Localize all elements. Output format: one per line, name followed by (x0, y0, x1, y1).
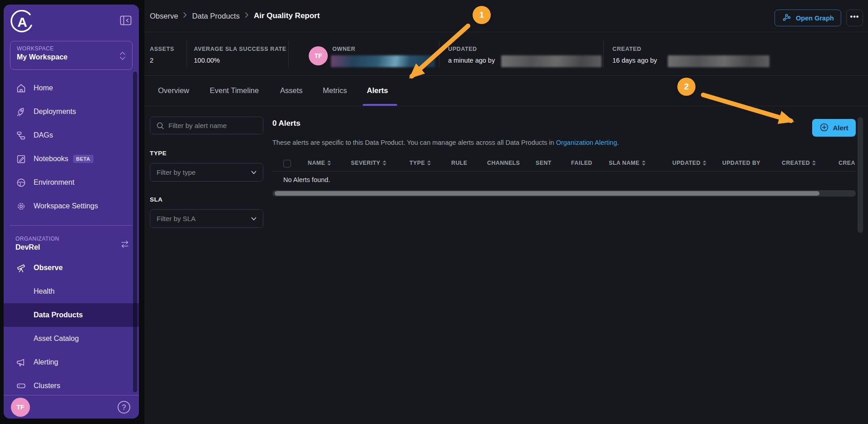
sidebar-item-data-products[interactable]: Data Products (4, 303, 139, 327)
divider (187, 41, 187, 67)
more-options-button[interactable]: ••• (846, 10, 863, 26)
sidebar: A WORKSPACE My Workspace (4, 5, 139, 419)
help-icon[interactable]: ? (116, 399, 132, 415)
divider (288, 41, 289, 67)
sidebar-rail: A WORKSPACE My Workspace (0, 0, 144, 424)
col-type[interactable]: TYPE (409, 160, 431, 166)
sidebar-item-label: Health (34, 287, 54, 296)
tab-event-timeline[interactable]: Event Timeline (210, 75, 259, 106)
switch-organization-icon[interactable] (120, 240, 130, 250)
tab-overview[interactable]: Overview (158, 75, 189, 106)
vertical-scrollbar[interactable] (858, 117, 863, 233)
horizontal-scrollbar[interactable] (272, 190, 856, 197)
sla-rate-value: 100.00% (194, 57, 220, 64)
sidebar-item-observe[interactable]: Observe (4, 256, 139, 280)
sidebar-item-asset-catalog[interactable]: Asset Catalog (4, 327, 139, 350)
sidebar-item-label: Workspace Settings (34, 202, 98, 210)
alerts-description: These alerts are specific to this Data P… (272, 139, 619, 146)
annotation-badge-1: 1 (473, 6, 491, 24)
organization-selector: ORGANIZATION DevRel (4, 233, 139, 256)
tab-metrics[interactable]: Metrics (323, 75, 347, 106)
sidebar-item-health[interactable]: Health (4, 280, 139, 303)
divider (439, 41, 439, 67)
rocket-icon (15, 106, 26, 117)
select-all-checkbox[interactable] (283, 160, 291, 168)
breadcrumb-observe[interactable]: Observe (150, 12, 178, 20)
sidebar-collapse-icon[interactable] (120, 15, 132, 25)
sidebar-item-dags[interactable]: DAGs (4, 123, 139, 147)
sidebar-item-label: Asset Catalog (34, 335, 79, 343)
plus-circle-icon (819, 123, 829, 133)
created-value: 16 days ago by (612, 57, 657, 64)
organization-alerting-link[interactable]: Organization Alerting (556, 139, 617, 146)
workspace-selector[interactable]: WORKSPACE My Workspace (10, 41, 133, 70)
col-severity[interactable]: SEVERITY (351, 160, 386, 166)
horizontal-scrollbar-thumb[interactable] (275, 191, 819, 196)
add-alert-label: Alert (833, 124, 848, 132)
updated-label: UPDATED (448, 46, 477, 52)
app-window: A WORKSPACE My Workspace (0, 0, 868, 424)
sidebar-nav: Home Deployments DAGs (4, 76, 139, 396)
tab-assets[interactable]: Assets (280, 75, 303, 106)
col-updated[interactable]: UPDATED (672, 160, 706, 166)
sidebar-item-label: Notebooks BETA (34, 155, 94, 163)
type-filter-placeholder: Filter by type (157, 168, 196, 176)
sidebar-item-alerting[interactable]: Alerting (4, 350, 139, 374)
sidebar-item-label: Home (34, 84, 53, 92)
server-icon (15, 380, 26, 391)
user-avatar[interactable]: TF (11, 398, 30, 417)
alerts-table-header: NAME SEVERITY TYPE RULE CHANNELS SENT FA… (272, 156, 856, 172)
owner-label: OWNER (332, 46, 355, 52)
search-icon (156, 121, 165, 132)
owner-avatar: TF (309, 46, 328, 65)
main-content: Observe Data Products Air Quality Report… (144, 0, 868, 424)
assets-label: ASSETS (150, 46, 174, 52)
gear-icon (15, 201, 26, 212)
sidebar-item-label: Observe (34, 264, 63, 272)
updated-by-redacted (501, 55, 602, 67)
col-sla-name[interactable]: SLA NAME (609, 160, 646, 166)
sidebar-scrollbar[interactable] (133, 72, 137, 392)
open-graph-button[interactable]: Open Graph (774, 10, 841, 26)
col-name[interactable]: NAME (308, 160, 331, 166)
filter-panel: TYPE Filter by type SLA Filter by SLA (150, 117, 263, 228)
sidebar-item-deployments[interactable]: Deployments (4, 100, 139, 123)
chevron-down-icon (250, 169, 257, 177)
breadcrumb-data-products[interactable]: Data Products (192, 12, 240, 20)
col-updated-by: UPDATED BY (722, 160, 760, 166)
sidebar-item-notebooks[interactable]: Notebooks BETA (4, 147, 139, 171)
astronomer-logo-icon: A (10, 10, 35, 35)
add-alert-button[interactable]: Alert (812, 119, 856, 137)
col-created[interactable]: CREATED (782, 160, 816, 166)
alerts-count-title: 0 Alerts (272, 119, 301, 128)
svg-text:A: A (17, 15, 27, 30)
col-failed: FAILED (571, 160, 592, 166)
sidebar-item-clusters[interactable]: Clusters (4, 374, 139, 396)
created-by-redacted (668, 55, 769, 67)
open-graph-label: Open Graph (796, 15, 834, 22)
graph-icon (782, 12, 792, 24)
sidebar-item-workspace-settings[interactable]: Workspace Settings (4, 194, 139, 218)
beta-badge: BETA (73, 155, 94, 163)
sla-filter-placeholder: Filter by SLA (157, 215, 196, 222)
updated-value: a minute ago by (448, 57, 495, 64)
sla-filter-select[interactable]: Filter by SLA (150, 209, 263, 228)
tab-bar: Overview Event Timeline Assets Metrics A… (144, 75, 868, 106)
type-filter-select[interactable]: Filter by type (150, 163, 263, 182)
organization-name: DevRel (15, 243, 133, 251)
sidebar-item-label: Alerting (34, 358, 58, 366)
sidebar-header: A (4, 5, 139, 35)
tab-alerts[interactable]: Alerts (367, 75, 388, 106)
sidebar-item-label: Clusters (34, 382, 60, 390)
alert-search-box (150, 117, 263, 134)
sidebar-item-home[interactable]: Home (4, 76, 139, 100)
dag-icon (15, 130, 26, 141)
sidebar-item-environment[interactable]: Environment (4, 171, 139, 194)
annotation-badge-2: 2 (677, 78, 695, 96)
alert-search-input[interactable] (168, 117, 259, 134)
sidebar-divider (10, 225, 133, 226)
globe-icon (15, 177, 26, 188)
sidebar-item-label: Deployments (34, 108, 76, 116)
col-sent: SENT (536, 160, 552, 166)
stats-bar: ASSETS 2 AVERAGE SLA SUCCESS RATE 100.00… (144, 32, 868, 75)
